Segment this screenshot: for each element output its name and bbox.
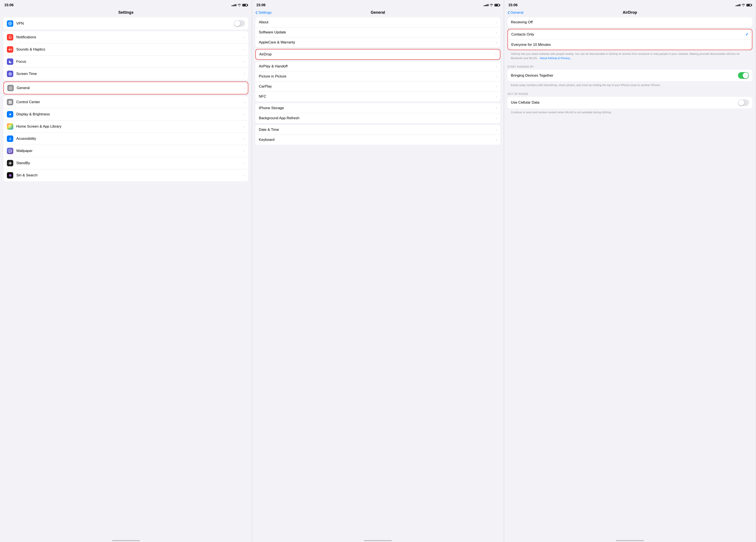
nfc-row[interactable]: NFC › — [255, 92, 500, 102]
screentime-row[interactable]: Screen Time › — [3, 68, 248, 80]
use-cellular-row[interactable]: Use Cellular Data — [507, 97, 752, 109]
svg-line-17 — [11, 113, 11, 113]
sounds-row[interactable]: Sounds & Haptics › — [3, 43, 248, 56]
chevron-icon: › — [244, 86, 245, 90]
general-panel: 15:06 Settings General About — [252, 0, 504, 542]
general-icon — [7, 85, 14, 91]
display-row[interactable]: Display & Brightness › — [3, 108, 248, 121]
datetime-label: Date & Time — [259, 128, 496, 132]
focus-row[interactable]: Focus › — [3, 56, 248, 68]
receiving-off-row[interactable]: Receiving Off — [507, 17, 752, 27]
cellular-group: Use Cellular Data — [507, 97, 752, 109]
chevron-icon: › — [244, 72, 245, 76]
receiving-group: Receiving Off — [507, 17, 752, 27]
status-bar: 15:06 — [0, 0, 252, 9]
battery-icon — [494, 4, 500, 6]
iphonestorage-label: iPhone Storage — [259, 106, 496, 110]
vpn-row[interactable]: VPN — [3, 17, 248, 30]
bringing-devices-row[interactable]: Bringing Devices Together — [507, 70, 752, 81]
svg-line-12 — [9, 113, 9, 113]
backgroundrefresh-row[interactable]: Background App Refresh › — [255, 113, 500, 123]
display-group: Control Center › Display & Brightness › … — [3, 96, 248, 181]
status-bar: 15:06 — [504, 0, 756, 9]
vpn-toggle[interactable] — [234, 20, 245, 27]
svg-rect-22 — [9, 126, 10, 127]
group2: AirPlay & Handoff › Picture in Picture ›… — [255, 61, 500, 102]
wifi-icon — [238, 4, 241, 6]
use-cellular-toggle[interactable] — [738, 99, 749, 106]
svg-point-4 — [10, 88, 11, 88]
notifications-row[interactable]: Notifications › — [3, 31, 248, 43]
focus-icon — [7, 58, 13, 65]
group4: Date & Time › Keyboard › — [255, 125, 500, 145]
status-icons — [484, 4, 500, 6]
bringing-devices-label: Bringing Devices Together — [511, 73, 738, 78]
chevron-icon: › — [496, 21, 497, 24]
battery-icon — [242, 4, 247, 6]
airplay-row[interactable]: AirPlay & Handoff › — [255, 61, 500, 72]
notifications-group: Notifications › Sounds & Haptics › Focus… — [3, 31, 248, 80]
accessibility-row[interactable]: Accessibility › — [3, 133, 248, 145]
chevron-icon: › — [244, 149, 245, 153]
display-label: Display & Brightness — [16, 112, 244, 117]
back-button[interactable]: General — [507, 10, 523, 15]
svg-rect-18 — [9, 125, 9, 126]
general-row[interactable]: General › — [4, 82, 248, 94]
cellular-description: Continue to send and receive content whe… — [507, 109, 752, 117]
controlcenter-icon — [7, 99, 13, 105]
svg-point-30 — [9, 174, 11, 176]
page-title: AirDrop — [623, 10, 637, 15]
sounds-label: Sounds & Haptics — [16, 47, 244, 52]
status-time: 15:06 — [508, 3, 518, 7]
wallpaper-icon — [7, 148, 13, 154]
svg-rect-7 — [9, 102, 10, 104]
datetime-row[interactable]: Date & Time › — [255, 125, 500, 135]
contacts-only-row[interactable]: Contacts Only ✓ — [508, 29, 752, 40]
airdrop-description: AirDrop lets you share instantly with pe… — [507, 50, 752, 63]
bringing-devices-toggle[interactable] — [738, 72, 749, 79]
siri-row[interactable]: Siri & Search › — [3, 169, 248, 181]
softwareupdate-row[interactable]: Software Update › — [255, 27, 500, 37]
back-label: Settings — [258, 10, 271, 15]
siri-label: Siri & Search — [16, 173, 244, 178]
chevron-icon: › — [244, 174, 245, 177]
chevron-icon: › — [496, 65, 497, 68]
out-of-range-section-label: OUT OF RANGE — [507, 90, 752, 97]
airdrop-settings-list: Receiving Off Contacts Only ✓ Everyone f… — [504, 17, 756, 538]
airdrop-label: AirDrop — [259, 52, 496, 57]
backgroundrefresh-label: Background App Refresh — [259, 116, 496, 120]
everyone-row[interactable]: Everyone for 10 Minutes — [508, 40, 752, 50]
chevron-icon: › — [244, 100, 245, 104]
status-bar: 15:06 — [252, 0, 504, 9]
notifications-icon — [7, 34, 13, 40]
airdrop-row[interactable]: AirDrop › — [256, 49, 500, 59]
applecare-label: AppleCare & Warranty — [259, 40, 496, 45]
standby-icon — [7, 160, 13, 166]
vpn-label: VPN — [16, 21, 234, 26]
everyone-label: Everyone for 10 Minutes — [511, 43, 749, 47]
chevron-icon: › — [496, 95, 497, 98]
focus-label: Focus — [16, 60, 244, 64]
iphonestorage-row[interactable]: iPhone Storage › — [255, 103, 500, 113]
accessibility-label: Accessibility — [16, 137, 244, 141]
airdrop-group: AirDrop › — [255, 49, 500, 60]
airdrop-privacy-link[interactable]: About AirDrop & Privacy... — [540, 57, 572, 60]
screentime-icon — [7, 71, 13, 77]
controlcenter-row[interactable]: Control Center › — [3, 96, 248, 108]
homescreen-row[interactable]: Home Screen & App Library › — [3, 121, 248, 133]
home-indicator — [504, 538, 756, 542]
keyboard-row[interactable]: Keyboard › — [255, 135, 500, 145]
applecare-row[interactable]: AppleCare & Warranty › — [255, 37, 500, 47]
vpn-icon — [7, 20, 13, 27]
wallpaper-row[interactable]: Wallpaper › — [3, 145, 248, 157]
svg-rect-8 — [10, 102, 12, 104]
home-indicator — [0, 538, 252, 542]
back-button[interactable]: Settings — [255, 10, 271, 15]
standby-row[interactable]: StandBy › — [3, 157, 248, 169]
pip-row[interactable]: Picture in Picture › — [255, 72, 500, 82]
carplay-row[interactable]: CarPlay › — [255, 82, 500, 92]
about-row[interactable]: About › — [255, 17, 500, 27]
chevron-icon: › — [496, 138, 497, 142]
home-indicator — [252, 538, 504, 542]
chevron-icon: › — [496, 75, 497, 78]
